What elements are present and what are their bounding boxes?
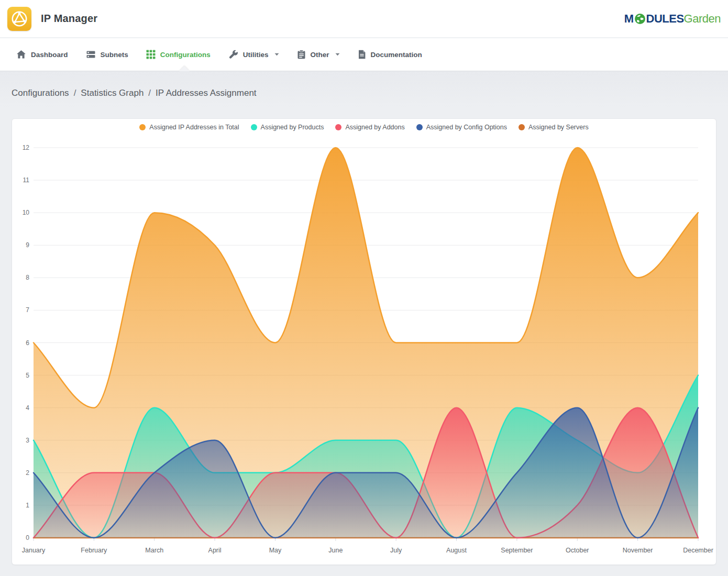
legend-color-dot — [416, 124, 423, 130]
chart-legend: Assigned IP Addresses in TotalAssigned b… — [12, 124, 716, 131]
nav-label: Documentation — [371, 51, 422, 59]
legend-item[interactable]: Assigned by Products — [251, 124, 324, 131]
y-axis-tick-label: 4 — [26, 404, 29, 412]
legend-color-dot — [251, 124, 257, 130]
subnets-icon — [86, 50, 96, 59]
nav-label: Utilities — [243, 51, 269, 59]
legend-item[interactable]: Assigned by Config Options — [416, 124, 507, 131]
nav-label: Dashboard — [31, 51, 68, 59]
nav-item-other[interactable]: Other — [288, 38, 349, 71]
legend-item[interactable]: Assigned by Servers — [519, 124, 589, 131]
legend-item[interactable]: Assigned IP Addresses in Total — [139, 124, 239, 131]
home-icon — [16, 50, 26, 59]
legend-color-dot — [139, 124, 146, 130]
legend-label: Assigned IP Addresses in Total — [149, 124, 239, 131]
nav-item-subnets[interactable]: Subnets — [77, 38, 137, 71]
y-axis-tick-label: 5 — [26, 372, 29, 379]
main-nav: Dashboard Subnets Configurations Utiliti… — [0, 38, 728, 71]
breadcrumb: Configurations/Statistics Graph/IP Addre… — [12, 88, 257, 98]
clipboard-icon — [297, 50, 306, 59]
breadcrumb-separator: / — [148, 88, 151, 98]
x-axis-tick-label: November — [623, 547, 653, 554]
y-axis-tick-label: 10 — [23, 209, 30, 216]
grid-icon — [146, 50, 156, 59]
globe-icon — [634, 13, 646, 25]
x-axis-tick-label: February — [81, 547, 107, 554]
legend-label: Assigned by Servers — [528, 124, 589, 131]
y-axis-tick-label: 1 — [26, 502, 29, 509]
y-axis-tick-label: 9 — [26, 241, 29, 249]
legend-label: Assigned by Addons — [345, 124, 404, 131]
breadcrumb-configurations[interactable]: Configurations — [12, 88, 69, 98]
active-tab-notch — [179, 66, 190, 71]
nav-item-configurations[interactable]: Configurations — [137, 38, 219, 71]
brand-text-m: M — [624, 13, 634, 25]
app-header: IP Manager M DULES Garden — [0, 0, 728, 38]
modulesgarden-logo: M DULES Garden — [624, 13, 721, 25]
chevron-down-icon — [274, 53, 279, 56]
breadcrumb-separator: / — [74, 88, 76, 98]
page-content: Configurations/Statistics Graph/IP Addre… — [0, 71, 728, 576]
brand-text-dules: DULES — [646, 13, 684, 25]
x-axis-tick-label: April — [208, 547, 222, 554]
nav-label: Other — [311, 51, 329, 59]
breadcrumb-statistics-graph[interactable]: Statistics Graph — [81, 88, 144, 98]
x-axis-tick-label: March — [145, 547, 163, 554]
nav-item-dashboard[interactable]: Dashboard — [7, 38, 77, 71]
nav-item-documentation[interactable]: Documentation — [349, 38, 431, 71]
x-axis-tick-label: September — [501, 547, 533, 554]
chevron-down-icon — [335, 53, 340, 56]
x-axis-tick-label: January — [22, 547, 46, 554]
y-axis-tick-label: 12 — [23, 144, 30, 151]
x-axis-tick-label: December — [683, 547, 713, 554]
page-title: IP Manager — [41, 13, 97, 25]
nav-item-utilities[interactable]: Utilities — [219, 38, 288, 71]
breadcrumb-current: IP Addresses Assignment — [156, 88, 256, 98]
x-axis-tick-label: May — [269, 547, 282, 554]
y-axis-tick-label: 6 — [26, 339, 29, 347]
y-axis-tick-label: 0 — [26, 534, 29, 541]
nav-label: Subnets — [101, 51, 128, 59]
legend-color-dot — [519, 124, 525, 130]
x-axis-tick-label: June — [328, 547, 343, 554]
legend-label: Assigned by Config Options — [426, 124, 507, 131]
legend-item[interactable]: Assigned by Addons — [335, 124, 404, 131]
statistics-chart: 0123456789101112JanuaryFebruaryMarchApri… — [12, 119, 717, 566]
legend-label: Assigned by Products — [261, 124, 324, 131]
legend-color-dot — [335, 124, 341, 130]
y-axis-tick-label: 3 — [26, 437, 29, 444]
x-axis-tick-label: July — [390, 547, 402, 554]
nav-label: Configurations — [160, 51, 211, 59]
chart-card: Assigned IP Addresses in TotalAssigned b… — [12, 118, 716, 565]
brand-text-garden: Garden — [684, 13, 721, 25]
document-icon — [358, 50, 366, 59]
y-axis-tick-label: 7 — [26, 306, 29, 314]
y-axis-tick-label: 2 — [26, 469, 29, 477]
wrench-icon — [228, 50, 238, 60]
app-logo-icon — [7, 7, 31, 31]
x-axis-tick-label: August — [446, 547, 467, 554]
y-axis-tick-label: 8 — [26, 274, 29, 281]
x-axis-tick-label: October — [566, 547, 589, 554]
y-axis-tick-label: 11 — [23, 176, 30, 184]
